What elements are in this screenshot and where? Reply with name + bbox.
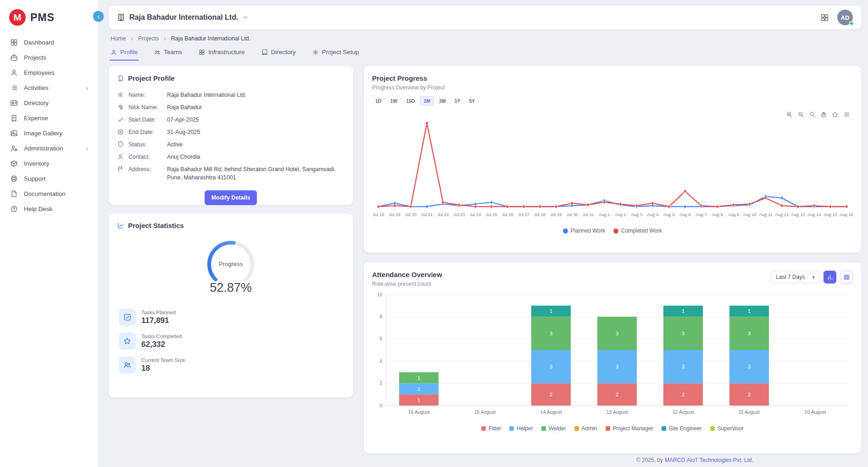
dashboard-icon (10, 39, 18, 46)
range-1w[interactable]: 1W (387, 96, 401, 106)
menu-icon[interactable] (843, 111, 850, 118)
x-category-label: 12 August (673, 409, 694, 415)
tab-directory[interactable]: Directory (261, 44, 297, 61)
bar-value-label: 3 (550, 331, 552, 336)
x-tick-label: Aug 3 (631, 212, 643, 217)
x-category-label: 10 August (805, 409, 826, 415)
zoom-in-icon[interactable] (786, 111, 793, 118)
data-point (490, 201, 493, 204)
legend-label: Completed Work (621, 228, 662, 234)
bar-value-label: 1 (550, 308, 552, 314)
app-logo[interactable]: M PMS (0, 6, 98, 35)
data-point (813, 204, 816, 207)
bar-value-label: 2 (616, 392, 618, 397)
tab-project-setup[interactable]: Project Setup (312, 44, 360, 61)
data-point (684, 205, 686, 208)
range-15d[interactable]: 15D (403, 96, 418, 106)
tab-infrastructure[interactable]: Infrastructure (198, 44, 246, 61)
legend-item-welder[interactable]: Welder (541, 425, 566, 432)
data-point (409, 205, 412, 208)
legend-item-helper[interactable]: Helper (509, 425, 533, 432)
sidebar-item-expense[interactable]: Expense (0, 111, 98, 126)
avatar[interactable]: AD (837, 10, 853, 25)
sidebar-collapse-button[interactable]: ‹ (93, 11, 104, 22)
sidebar-item-inventory[interactable]: Inventory (0, 156, 98, 171)
data-point (474, 205, 477, 208)
id-card-icon (10, 99, 18, 107)
briefcase-icon (10, 54, 18, 61)
zoom-out-icon[interactable] (797, 111, 804, 118)
sidebar-item-administration[interactable]: Administration › (0, 141, 98, 156)
bar-chart-icon (827, 274, 834, 281)
x-tick-label: Aug 15 (823, 212, 837, 217)
range-1y[interactable]: 1Y (451, 96, 464, 106)
sidebar-item-label: Support (24, 175, 45, 182)
data-point (377, 205, 380, 208)
data-point (603, 201, 606, 204)
breadcrumb-projects[interactable]: Projects (138, 35, 159, 42)
project-statistics-card: Project Statistics Progress 52.87% (109, 213, 353, 397)
sidebar-item-directory[interactable]: Directory (0, 95, 98, 111)
pan-hand-icon[interactable] (820, 111, 827, 118)
y-tick-label: 4 (379, 359, 382, 364)
time-range-selector: 1D 1W 15D 1M 3M 1Y 5Y (372, 96, 853, 106)
legend-item-fitter[interactable]: Fitter (481, 425, 501, 432)
x-tick-label: Aug 7 (696, 212, 707, 217)
table-view-button[interactable] (840, 271, 853, 284)
apps-grid-icon[interactable] (820, 13, 829, 22)
legend-item-planned-work[interactable]: Planned Work (563, 228, 605, 234)
tab-profile[interactable]: Profile (110, 44, 139, 61)
x-tick-label: Jul 25 (486, 212, 497, 217)
sidebar-item-projects[interactable]: Projects (0, 50, 98, 65)
card-subtitle: Role-wise present count (372, 281, 442, 287)
chevron-right-icon: › (86, 145, 88, 152)
breadcrumb: Home › Projects › Raja Bahadur Internati… (111, 35, 859, 42)
sidebar-item-support[interactable]: Support (0, 171, 98, 186)
tab-teams[interactable]: Teams (153, 44, 183, 61)
list-icon (10, 84, 18, 92)
chevron-right-icon: › (86, 84, 88, 91)
sidebar-item-employees[interactable]: Employees (0, 65, 98, 80)
x-tick-label: Aug 12 (775, 212, 789, 217)
field-nick-name: Nick Name: Raja Bahadur (117, 101, 345, 113)
home-reset-icon[interactable] (832, 111, 839, 118)
data-point (458, 203, 461, 206)
x-tick-label: Jul 21 (421, 212, 433, 217)
sidebar-item-help-desk[interactable]: Help Desk (0, 201, 98, 217)
sidebar-item-label: Expense (24, 115, 48, 122)
sidebar-item-image-gallery[interactable]: Image Gallery (0, 126, 98, 141)
user-icon (10, 69, 18, 77)
bar-value-label: 1 (417, 375, 420, 381)
legend-item-project-manager[interactable]: Project Manager (606, 425, 653, 432)
bar-chart-view-button[interactable] (823, 271, 836, 284)
sidebar: M PMS Dashboard Projects Employees Activ… (0, 0, 99, 467)
x-tick-label: Jul 28 (534, 212, 545, 217)
data-point (539, 205, 541, 208)
progress-gauge: Progress 52.87% (117, 235, 345, 295)
modify-details-button[interactable]: Modify Details (205, 190, 257, 205)
data-point (571, 202, 573, 205)
sidebar-item-activities[interactable]: Activities › (0, 80, 98, 95)
range-1d[interactable]: 1D (372, 96, 384, 106)
selection-zoom-icon[interactable] (809, 111, 816, 118)
legend-item-admin[interactable]: Admin (574, 425, 597, 432)
x-tick-label: Aug 11 (759, 212, 773, 217)
range-1m[interactable]: 1M (420, 96, 434, 106)
sidebar-item-dashboard[interactable]: Dashboard (0, 35, 98, 50)
legend-item-site-engineer[interactable]: Site Engineer (662, 425, 702, 432)
range-5y[interactable]: 5Y (466, 96, 478, 106)
line-series-completed-work (378, 123, 846, 207)
legend-item-completed-work[interactable]: Completed Work (613, 228, 662, 234)
bar-value-label: 3 (616, 331, 618, 336)
chevron-down-icon (242, 14, 249, 21)
legend-item-supervisor[interactable]: Supervisor (710, 425, 744, 432)
date-range-select[interactable]: Last 7 Days ▾ (771, 271, 820, 284)
legend-label: Project Manager (613, 425, 653, 432)
range-3m[interactable]: 3M (436, 96, 449, 106)
company-selector[interactable]: Raja Bahadur International Ltd. (117, 13, 249, 22)
flag-icon (117, 166, 124, 172)
sidebar-item-documentation[interactable]: Documentation (0, 186, 98, 201)
sidebar-item-label: Documentation (24, 190, 66, 197)
breadcrumb-home[interactable]: Home (111, 35, 126, 42)
footer-link[interactable]: MARCO AIoT Technologies Pvt. Ltd. (665, 457, 753, 463)
